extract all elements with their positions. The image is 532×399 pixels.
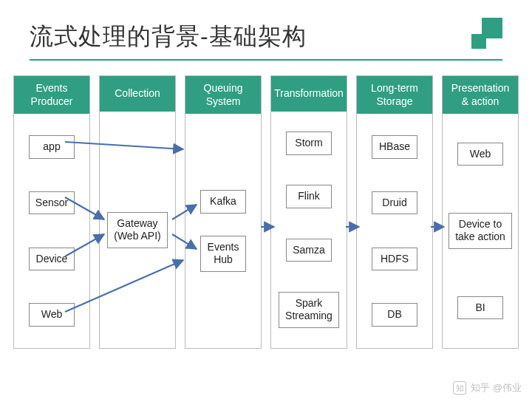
- corner-decoration-icon: [466, 22, 502, 52]
- node-db: DB: [372, 303, 417, 327]
- node-gateway: Gateway (Web API): [107, 212, 168, 248]
- column-events-producer: Events Producer app Sensor Device Web: [13, 75, 90, 349]
- column-body: Gateway (Web API): [100, 112, 175, 348]
- node-storm: Storm: [286, 132, 332, 155]
- column-body: Web Device to take action BI: [443, 114, 518, 348]
- node-bi: BI: [457, 296, 503, 320]
- column-body: Kafka Events Hub: [185, 114, 261, 348]
- node-hbase: HBase: [372, 135, 417, 159]
- column-body: app Sensor Device Web: [14, 114, 89, 348]
- column-header: Presentation & action: [443, 76, 518, 114]
- node-samza: Samza: [286, 239, 332, 262]
- column-header: Collection: [100, 76, 175, 112]
- column-body: HBase Druid HDFS DB: [357, 114, 432, 348]
- node-events-hub: Events Hub: [200, 236, 246, 272]
- node-app: app: [29, 135, 75, 159]
- node-druid: Druid: [372, 191, 417, 215]
- node-sensor: Sensor: [29, 191, 75, 215]
- column-header: Queuing System: [185, 76, 261, 114]
- node-spark-streaming: Spark Streaming: [279, 292, 339, 328]
- column-presentation-action: Presentation & action Web Device to take…: [442, 75, 519, 349]
- column-body: Storm Flink Samza Spark Streaming: [271, 112, 347, 348]
- column-collection: Collection Gateway (Web API): [99, 75, 176, 349]
- column-header: Long-term Storage: [357, 76, 432, 114]
- zhihu-logo-icon: 知: [453, 381, 466, 395]
- node-kafka: Kafka: [200, 190, 246, 214]
- watermark-text: 知乎 @伟业: [471, 381, 522, 395]
- title-underline: [30, 59, 502, 61]
- node-web: Web: [29, 303, 75, 327]
- column-header: Transformation: [271, 76, 347, 112]
- architecture-diagram: Events Producer app Sensor Device Web Co…: [13, 75, 519, 349]
- watermark: 知 知乎 @伟业: [453, 381, 522, 395]
- page-title: 流式处理的背景-基础架构: [30, 21, 307, 53]
- column-transformation: Transformation Storm Flink Samza Spark S…: [270, 75, 347, 349]
- node-device-action: Device to take action: [449, 213, 512, 249]
- column-queuing-system: Queuing System Kafka Events Hub: [185, 75, 262, 349]
- node-flink: Flink: [286, 185, 332, 208]
- node-device: Device: [29, 248, 75, 271]
- column-header: Events Producer: [14, 76, 89, 114]
- node-presentation-web: Web: [457, 143, 503, 166]
- node-hdfs: HDFS: [372, 248, 417, 271]
- title-bar: 流式处理的背景-基础架构: [0, 0, 532, 59]
- column-long-term-storage: Long-term Storage HBase Druid HDFS DB: [356, 75, 433, 349]
